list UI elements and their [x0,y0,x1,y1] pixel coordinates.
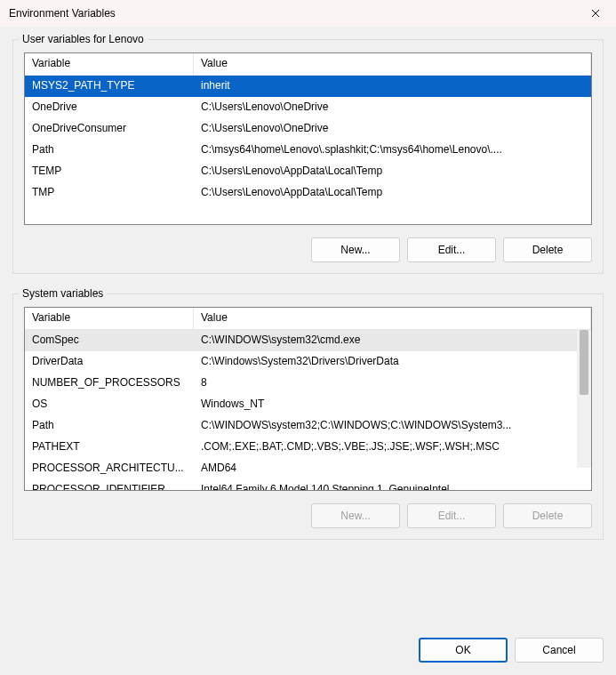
table-row[interactable]: TMPC:\Users\Lenovo\AppData\Local\Temp [25,182,591,204]
table-row[interactable]: ComSpecC:\WINDOWS\system32\cmd.exe [25,330,591,351]
scrollbar-thumb[interactable] [580,330,588,395]
ok-button[interactable]: OK [419,638,508,663]
cell-value: .COM;.EXE;.BAT;.CMD;.VBS;.VBE;.JS;.JSE;.… [194,437,591,458]
cell-value: C:\Users\Lenovo\OneDrive [194,97,591,118]
cancel-button[interactable]: Cancel [515,638,604,663]
title-bar: Environment Variables [0,0,616,27]
table-row[interactable]: DriverDataC:\Windows\System32\Drivers\Dr… [25,351,591,373]
cell-variable: PROCESSOR_ARCHITECTU... [25,458,194,479]
table-row[interactable]: OSWindows_NT [25,394,591,415]
table-row[interactable]: TEMPC:\Users\Lenovo\AppData\Local\Temp [25,161,591,182]
cell-variable: OneDrive [25,97,194,118]
col-variable[interactable]: Variable [25,308,194,329]
table-row[interactable]: MSYS2_PATH_TYPEinherit [25,76,591,97]
system-delete-button[interactable]: Delete [503,503,592,528]
system-list-header[interactable]: Variable Value [25,308,591,330]
cell-variable: MSYS2_PATH_TYPE [25,76,194,97]
user-new-button[interactable]: New... [311,237,400,262]
cell-value: C:\msys64\home\Lenovo\.splashkit;C:\msys… [194,140,591,161]
cell-variable: Path [25,140,194,161]
table-row[interactable]: PathC:\msys64\home\Lenovo\.splashkit;C:\… [25,140,591,161]
user-variables-legend: User variables for Lenovo [19,33,148,45]
user-button-row: New... Edit... Delete [24,237,592,262]
cell-variable: NUMBER_OF_PROCESSORS [25,373,194,394]
table-row[interactable]: PATHEXT.COM;.EXE;.BAT;.CMD;.VBS;.VBE;.JS… [25,437,591,458]
cell-value: Windows_NT [194,394,591,415]
table-row[interactable]: OneDriveConsumerC:\Users\Lenovo\OneDrive [25,118,591,140]
user-delete-button[interactable]: Delete [503,237,592,262]
close-button[interactable] [575,0,616,27]
cell-variable: ComSpec [25,330,194,351]
system-new-button[interactable]: New... [311,503,400,528]
user-variables-group: User variables for Lenovo Variable Value… [12,39,604,274]
user-list-header[interactable]: Variable Value [25,53,591,76]
cell-value: C:\Users\Lenovo\AppData\Local\Temp [194,182,591,204]
cell-value: AMD64 [194,458,591,479]
col-variable[interactable]: Variable [25,53,194,75]
system-variables-list[interactable]: Variable Value ComSpecC:\WINDOWS\system3… [24,307,592,491]
system-edit-button[interactable]: Edit... [407,503,496,528]
table-row[interactable]: PROCESSOR_ARCHITECTU...AMD64 [25,458,591,479]
table-row[interactable]: PROCESSOR_IDENTIFIERIntel64 Family 6 Mod… [25,479,591,491]
system-variables-legend: System variables [19,287,107,300]
table-row[interactable]: NUMBER_OF_PROCESSORS8 [25,373,591,394]
cell-variable: TMP [25,182,194,204]
cell-value: inherit [194,76,591,97]
system-scrollbar[interactable] [577,330,591,468]
cell-value: C:\WINDOWS\system32\cmd.exe [194,330,591,351]
col-value[interactable]: Value [194,308,591,329]
system-button-row: New... Edit... Delete [24,503,592,528]
cell-value: C:\Users\Lenovo\OneDrive [194,118,591,140]
cell-variable: OS [25,394,194,415]
cell-variable: TEMP [25,161,194,182]
cell-value: Intel64 Family 6 Model 140 Stepping 1, G… [194,479,591,491]
dialog-footer: OK Cancel [419,638,604,663]
window-title: Environment Variables [9,7,116,20]
table-row[interactable]: PathC:\WINDOWS\system32;C:\WINDOWS;C:\WI… [25,415,591,437]
col-value[interactable]: Value [194,53,591,75]
system-variables-group: System variables Variable Value ComSpecC… [12,293,604,540]
cell-value: C:\WINDOWS\system32;C:\WINDOWS;C:\WINDOW… [194,415,591,437]
user-edit-button[interactable]: Edit... [407,237,496,262]
table-row[interactable]: OneDriveC:\Users\Lenovo\OneDrive [25,97,591,118]
cell-variable: PROCESSOR_IDENTIFIER [25,479,194,491]
cell-variable: OneDriveConsumer [25,118,194,140]
cell-variable: DriverData [25,351,194,373]
dialog-body: User variables for Lenovo Variable Value… [0,27,616,675]
cell-value: C:\Users\Lenovo\AppData\Local\Temp [194,161,591,182]
cell-value: C:\Windows\System32\Drivers\DriverData [194,351,591,373]
close-icon [591,6,600,20]
cell-variable: PATHEXT [25,437,194,458]
user-variables-list[interactable]: Variable Value MSYS2_PATH_TYPEinheritOne… [24,52,592,225]
cell-variable: Path [25,415,194,437]
cell-value: 8 [194,373,591,394]
